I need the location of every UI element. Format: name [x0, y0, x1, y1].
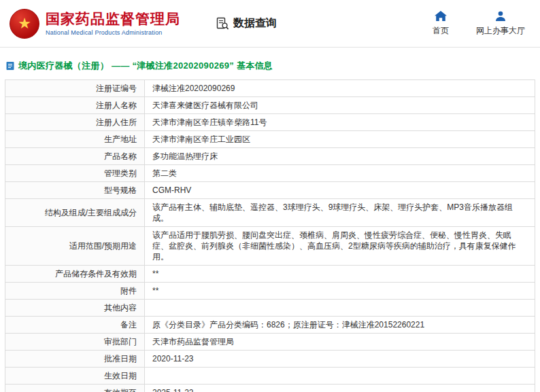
site-logo: ★ 国家药品监督管理局 National Medical Products Ad…: [10, 9, 180, 39]
nav-home-label: 首页: [433, 25, 449, 37]
field-label: 其他内容: [5, 300, 145, 317]
field-label: 注册人住所: [5, 114, 145, 131]
table-row: 注册人住所天津市津南区辛庄镇辛柴路11号: [5, 114, 535, 131]
table-row: 附件**: [5, 283, 535, 300]
field-value: [145, 368, 535, 385]
field-value: 多功能温热理疗床: [145, 148, 535, 165]
table-row: 型号规格CGM-RHV: [5, 182, 535, 199]
field-value: **: [145, 283, 535, 300]
org-name-cn: 国家药品监督管理局: [46, 11, 180, 27]
field-label: 有效期至: [5, 385, 145, 392]
document-icon: [5, 61, 15, 71]
field-value: 该产品有主体、辅助底垫、遥控器、3球理疗头、9球理疗头、床架、理疗头护套、MP3…: [145, 199, 535, 227]
table-row: 产品储存条件及有效期**: [5, 266, 535, 283]
field-value: [145, 300, 535, 317]
field-value: 该产品适用于腰肌劳损、腰间盘突出症、颈椎病、肩周炎、慢性疲劳综合症、便秘、慢性胃…: [145, 227, 535, 266]
field-value: 天津市药品监督管理局: [145, 334, 535, 351]
table-row: 结构及组成/主要组成成分该产品有主体、辅助底垫、遥控器、3球理疗头、9球理疗头、…: [5, 199, 535, 227]
table-row: 批准日期2020-11-23: [5, 351, 535, 368]
table-row: 备注原《分类目录》产品分类编码：6826；原注册证号：津械注准201522602…: [5, 317, 535, 334]
field-label: 产品储存条件及有效期: [5, 266, 145, 283]
table-row: 适用范围/预期用途该产品适用于腰肌劳损、腰间盘突出症、颈椎病、肩周炎、慢性疲劳综…: [5, 227, 535, 266]
nav-online-hall-label: 网上办事大厅: [476, 25, 525, 37]
table-row: 注册人名称天津喜来健医疗器械有限公司: [5, 97, 535, 114]
page-title-bar: 境内医疗器械（注册） —— “津械注准20202090269” 基本信息: [5, 60, 535, 72]
field-label: 注册人名称: [5, 97, 145, 114]
field-label: 产品名称: [5, 148, 145, 165]
home-icon: [435, 10, 447, 22]
field-label: 管理类别: [5, 165, 145, 182]
top-nav: 首页 网上办事大厅: [433, 10, 525, 37]
table-row: 其他内容: [5, 300, 535, 317]
table-row: 生效日期: [5, 368, 535, 385]
field-label: 附件: [5, 283, 145, 300]
national-emblem-icon: ★: [10, 9, 39, 39]
field-label: 适用范围/预期用途: [5, 227, 145, 266]
info-table: 注册证编号津械注准20202090269注册人名称天津喜来健医疗器械有限公司注册…: [5, 79, 535, 392]
field-value: 天津市津南区辛庄工业园区: [145, 131, 535, 148]
person-icon: [494, 10, 507, 22]
field-value: 2020-11-23: [145, 351, 535, 368]
field-label: 审批部门: [5, 334, 145, 351]
document-magnifier-icon: [216, 17, 229, 31]
table-row: 产品名称多功能温热理疗床: [5, 148, 535, 165]
nav-online-hall[interactable]: 网上办事大厅: [476, 10, 525, 37]
table-row: 有效期至2025-11-22: [5, 385, 535, 392]
main-content: 境内医疗器械（注册） —— “津械注准20202090269” 基本信息 注册证…: [0, 60, 540, 392]
table-row: 管理类别第二类: [5, 165, 535, 182]
org-names: 国家药品监督管理局 National Medical Products Admi…: [46, 11, 180, 36]
field-value: 2025-11-22: [145, 385, 535, 392]
field-value: **: [145, 266, 535, 283]
field-value: CGM-RHV: [145, 182, 535, 199]
field-value: 原《分类目录》产品分类编码：6826；原注册证号：津械注准20152260221: [145, 317, 535, 334]
field-label: 批准日期: [5, 351, 145, 368]
data-query-label: 数据查询: [233, 16, 277, 31]
data-query-section-label: 数据查询: [216, 16, 277, 31]
field-label: 结构及组成/主要组成成分: [5, 199, 145, 227]
field-label: 注册证编号: [5, 80, 145, 97]
field-value: 天津喜来健医疗器械有限公司: [145, 97, 535, 114]
page-title: 境内医疗器械（注册） —— “津械注准20202090269” 基本信息: [18, 60, 273, 72]
site-header: ★ 国家药品监督管理局 National Medical Products Ad…: [0, 0, 540, 48]
field-value: 天津市津南区辛庄镇辛柴路11号: [145, 114, 535, 131]
field-value: 津械注准20202090269: [145, 80, 535, 97]
field-value: 第二类: [145, 165, 535, 182]
field-label: 生效日期: [5, 368, 145, 385]
field-label: 生产地址: [5, 131, 145, 148]
table-row: 生产地址天津市津南区辛庄工业园区: [5, 131, 535, 148]
nav-home[interactable]: 首页: [433, 10, 449, 37]
table-row: 注册证编号津械注准20202090269: [5, 80, 535, 97]
table-row: 审批部门天津市药品监督管理局: [5, 334, 535, 351]
field-label: 备注: [5, 317, 145, 334]
org-name-en: National Medical Products Administration: [46, 29, 180, 36]
info-table-body: 注册证编号津械注准20202090269注册人名称天津喜来健医疗器械有限公司注册…: [5, 80, 535, 392]
field-label: 型号规格: [5, 182, 145, 199]
